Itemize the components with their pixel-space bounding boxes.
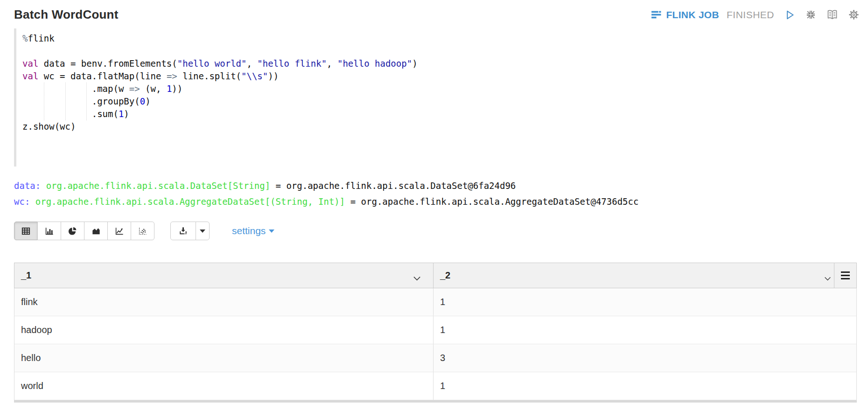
code-line: .groupBy(0) xyxy=(22,95,858,108)
code-segment: "hello flink" xyxy=(257,58,327,69)
code-segment xyxy=(30,196,35,207)
visualization-toolbar: settings xyxy=(14,222,868,240)
code-segment: org.apache.flink.api.scala.AggregateData… xyxy=(35,196,345,207)
code-segment: z.show(wc) xyxy=(22,121,76,132)
result-table: _1 _2 flink 1 hadoop 1 hello 3 xyxy=(14,263,857,403)
code-line: .map(w => (w, 1)) xyxy=(22,83,858,95)
chart-type-scatter-button[interactable] xyxy=(131,222,154,240)
code-segment: line.split( xyxy=(177,71,241,81)
paragraph-controls: FLINK JOB FINISHED xyxy=(651,9,860,21)
code-line xyxy=(22,45,858,57)
table-cell: hello xyxy=(14,344,434,372)
job-type-label: FLINK JOB xyxy=(666,9,719,21)
code-segment xyxy=(41,181,46,191)
code-segment: )) xyxy=(268,71,279,81)
code-segment: .groupBy( xyxy=(22,96,140,106)
code-line: %flink xyxy=(22,32,858,45)
table-cell: 3 xyxy=(434,344,856,372)
code-segment: 1 xyxy=(119,109,124,119)
chevron-down-icon[interactable] xyxy=(824,273,831,284)
code-line: val data = benv.fromElements("hello worl… xyxy=(22,57,858,70)
table-cell: flink xyxy=(14,288,434,316)
code-segment: "\\s" xyxy=(241,71,268,81)
code-segment: ) xyxy=(412,58,417,69)
chart-type-button-group xyxy=(14,222,154,240)
code-segment: )) xyxy=(172,83,182,94)
code-segment: => xyxy=(167,71,177,81)
bar-chart-icon xyxy=(44,226,54,236)
indent-guide xyxy=(65,83,66,120)
download-icon xyxy=(178,226,188,236)
paragraph-settings-button[interactable] xyxy=(848,9,860,21)
settings-dropdown[interactable]: settings xyxy=(232,225,274,236)
table-row: hadoop 1 xyxy=(14,316,857,344)
table-cell: 1 xyxy=(434,316,856,344)
code-segment: 1 xyxy=(167,83,172,94)
status-badge: FINISHED xyxy=(727,9,774,21)
code-segment: , xyxy=(327,58,337,69)
chart-type-table-button[interactable] xyxy=(14,222,38,240)
settings-label: settings xyxy=(232,225,266,236)
caret-down-icon xyxy=(269,229,274,233)
download-button-group xyxy=(170,222,210,240)
code-segment: (w, xyxy=(140,83,167,94)
output-line: data: org.apache.flink.api.scala.DataSet… xyxy=(14,178,858,194)
scatter-chart-icon xyxy=(138,226,147,236)
code-segment: => xyxy=(129,83,140,94)
download-options-button[interactable] xyxy=(196,222,210,240)
chart-type-bar-button[interactable] xyxy=(37,222,61,240)
table-bottom-border xyxy=(14,400,857,403)
output-line: wc: org.apache.flink.api.scala.Aggregate… xyxy=(14,194,858,209)
table-row: flink 1 xyxy=(14,288,857,316)
chart-type-area-button[interactable] xyxy=(84,222,108,240)
table-header-col1[interactable]: _1 xyxy=(14,263,434,288)
table-cell: world xyxy=(14,372,434,400)
code-segment: val xyxy=(22,71,38,81)
code-segment: ) xyxy=(124,109,129,119)
code-segment: "hello world" xyxy=(177,58,247,69)
table-icon xyxy=(21,226,31,236)
page-title: Batch WordCount xyxy=(14,7,119,22)
code-line: val wc = data.flatMap(line => line.split… xyxy=(22,70,858,83)
chevron-down-icon[interactable] xyxy=(413,273,421,284)
collapse-output-button[interactable] xyxy=(805,9,817,21)
indent-guide xyxy=(44,83,44,120)
flink-job-link[interactable]: FLINK JOB xyxy=(651,9,719,21)
code-segment: = org.apache.flink.api.scala.AggregateDa… xyxy=(345,196,638,207)
column-label: _1 xyxy=(21,270,31,281)
code-segment: val xyxy=(22,58,38,69)
indent-guide xyxy=(86,83,87,120)
pie-chart-icon xyxy=(68,226,77,236)
code-segment: ) xyxy=(145,96,150,106)
gear-icon xyxy=(848,9,860,21)
code-segment: % xyxy=(22,33,28,43)
table-header-row: _1 _2 xyxy=(14,263,857,288)
book-icon xyxy=(826,9,839,21)
table-cell: 1 xyxy=(434,288,856,316)
code-segment: 0 xyxy=(140,96,145,106)
chart-type-pie-button[interactable] xyxy=(61,222,84,240)
report-view-button[interactable] xyxy=(826,9,839,21)
repl-output: data: org.apache.flink.api.scala.DataSet… xyxy=(14,178,858,209)
code-segment: org.apache.flink.api.scala.DataSet[Strin… xyxy=(46,181,270,191)
code-line: z.show(wc) xyxy=(22,120,858,133)
code-segment: data: xyxy=(14,181,41,191)
table-cell: hadoop xyxy=(14,316,434,344)
run-paragraph-button[interactable] xyxy=(784,9,796,21)
area-chart-icon xyxy=(91,226,101,236)
column-label: _2 xyxy=(440,270,450,281)
code-line: .sum(1) xyxy=(22,108,858,120)
table-menu-button[interactable] xyxy=(834,263,856,288)
table-row: hello 3 xyxy=(14,344,857,372)
play-icon xyxy=(784,9,796,21)
code-segment: .map(w xyxy=(22,83,129,94)
code-segment: , xyxy=(246,58,257,69)
chart-type-line-button[interactable] xyxy=(107,222,131,240)
code-segment: data = benv.fromElements( xyxy=(38,58,177,69)
caret-down-icon xyxy=(200,229,205,233)
code-editor[interactable]: %flink val data = benv.fromElements("hel… xyxy=(14,28,858,167)
code-segment: = org.apache.flink.api.scala.DataSet@6fa… xyxy=(270,181,516,191)
flink-job-icon xyxy=(651,9,662,20)
table-header-col2[interactable]: _2 xyxy=(434,263,834,288)
download-button[interactable] xyxy=(170,222,196,240)
